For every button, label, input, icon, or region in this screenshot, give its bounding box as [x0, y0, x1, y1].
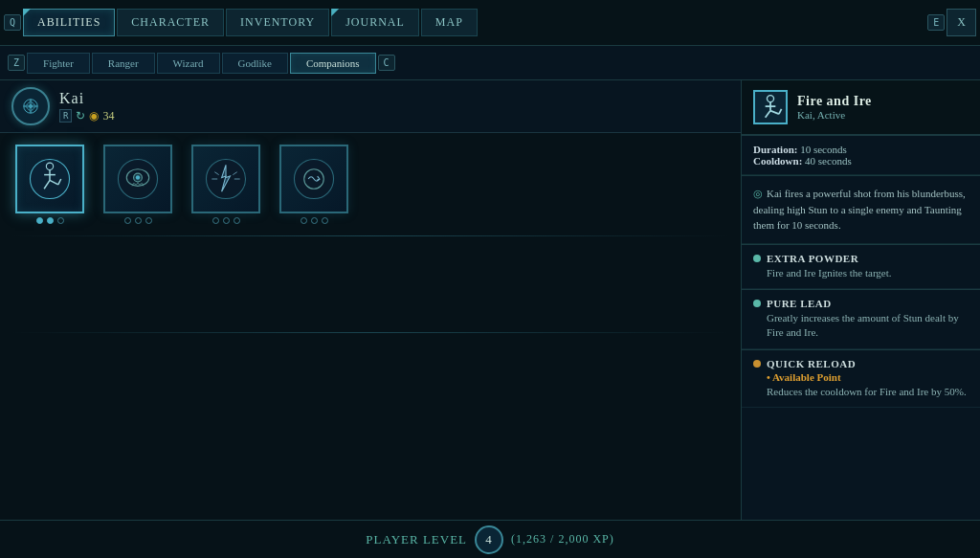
- duration-label: Duration:: [753, 144, 800, 155]
- key-c: C: [378, 55, 395, 71]
- dot: [36, 217, 43, 224]
- svg-line-26: [779, 109, 782, 114]
- ability-dots-3: [212, 217, 240, 224]
- right-panel: Fire and Ire Kai, Active Duration: 10 se…: [742, 80, 980, 520]
- subtab-wizard[interactable]: Wizard: [157, 53, 220, 74]
- gold-count: 34: [102, 109, 114, 123]
- upgrade-title-3: QUICK RELOAD: [767, 358, 967, 369]
- upgrade-title-1: EXTRA POWDER: [767, 253, 892, 264]
- dot: [212, 217, 219, 224]
- refresh-icon: ↻: [76, 109, 85, 123]
- cooldown-value: 40 seconds: [805, 155, 852, 167]
- character-icon: [11, 87, 50, 125]
- svg-point-2: [29, 104, 33, 108]
- ability-dots-1: [36, 217, 64, 224]
- dot: [223, 217, 230, 224]
- skill-subtitle: Kai, Active: [797, 109, 872, 121]
- tab-abilities[interactable]: ABILITIES: [23, 9, 115, 36]
- available-point-label: • Available Point: [767, 371, 967, 383]
- gold-icon: ◉: [89, 109, 99, 123]
- upgrade-title-2: PURE LEAD: [767, 298, 969, 309]
- ability-icon-4[interactable]: [279, 145, 348, 213]
- top-nav: Q ABILITIES CHARACTER INVENTORY JOURNAL …: [0, 0, 980, 46]
- ability-icon-3[interactable]: [191, 145, 260, 213]
- subtab-godlike[interactable]: Godlike: [222, 53, 288, 74]
- key-q: Q: [4, 14, 21, 31]
- dot: [311, 217, 318, 224]
- bullet-icon: ◎: [753, 188, 763, 199]
- ability-dots-2: [124, 217, 152, 224]
- dot: [47, 217, 54, 224]
- skill-icon: [753, 90, 788, 124]
- svg-line-24: [766, 111, 770, 118]
- left-panel: Kai R ↻ ◉ 34: [0, 80, 742, 520]
- skill-meta: Duration: 10 seconds Cooldown: 40 second…: [742, 136, 980, 175]
- upgrade-quick-reload[interactable]: QUICK RELOAD • Available Point Reduces t…: [742, 350, 980, 408]
- ability-card-2[interactable]: [103, 145, 172, 224]
- subtab-ranger[interactable]: Ranger: [92, 53, 155, 74]
- upgrade-desc-1: Fire and Ire Ignites the target.: [767, 266, 892, 280]
- upgrade-dot-3: [753, 360, 761, 368]
- sub-nav: Z Fighter Ranger Wizard Godlike Companio…: [0, 46, 980, 80]
- tab-journal[interactable]: JOURNAL: [331, 9, 419, 36]
- upgrade-dot-2: [753, 300, 761, 307]
- close-button[interactable]: X: [947, 9, 976, 36]
- ability-dots-4: [301, 217, 328, 224]
- duration-value: 10 seconds: [800, 144, 847, 155]
- svg-point-13: [136, 175, 140, 179]
- ability-icon-2[interactable]: [103, 145, 172, 213]
- svg-line-25: [770, 111, 779, 115]
- resource-area: R ↻ ◉ 34: [59, 109, 114, 123]
- dot: [234, 217, 240, 224]
- tab-character[interactable]: CHARACTER: [117, 9, 224, 36]
- subtab-companions[interactable]: Companions: [290, 53, 376, 74]
- dot: [145, 217, 152, 224]
- character-row: Kai R ↻ ◉ 34: [0, 80, 741, 133]
- ability-icon-1[interactable]: [15, 145, 84, 213]
- upgrade-dot-1: [753, 255, 761, 262]
- xp-text: (1,263 / 2,000 XP): [511, 532, 614, 547]
- level-badge: 4: [475, 525, 503, 554]
- upgrade-extra-powder[interactable]: EXTRA POWDER Fire and Ire Ignites the ta…: [742, 245, 980, 289]
- key-e: E: [927, 14, 945, 31]
- divider-2: [11, 332, 729, 333]
- ability-card-4[interactable]: [279, 145, 348, 224]
- tab-map[interactable]: MAP: [421, 9, 478, 36]
- dot: [322, 217, 328, 224]
- dot: [124, 217, 131, 224]
- abilities-area: [0, 133, 741, 235]
- ability-card-1[interactable]: [15, 145, 84, 224]
- status-bar: PLAYER LEVEL 4 (1,263 / 2,000 XP): [0, 520, 980, 558]
- svg-point-21: [767, 96, 773, 102]
- skill-header: Fire and Ire Kai, Active: [742, 80, 980, 135]
- upgrade-desc-3: Reduces the cooldown for Fire and Ire by…: [767, 385, 967, 399]
- resource-key: R: [59, 109, 72, 123]
- player-level-label: PLAYER LEVEL: [366, 532, 467, 547]
- upgrade-desc-2: Greatly increases the amount of Stun dea…: [767, 311, 969, 341]
- upgrade-pure-lead[interactable]: PURE LEAD Greatly increases the amount o…: [742, 290, 980, 349]
- skill-description: ◎Kai fires a powerful shot from his blun…: [742, 176, 980, 244]
- dot: [57, 217, 64, 224]
- main-content: Kai R ↻ ◉ 34: [0, 80, 980, 520]
- skill-header-text: Fire and Ire Kai, Active: [797, 94, 872, 121]
- ability-card-3[interactable]: [191, 145, 260, 224]
- tab-inventory[interactable]: INVENTORY: [226, 9, 329, 36]
- skill-title: Fire and Ire: [797, 94, 872, 109]
- dot: [301, 217, 307, 224]
- subtab-fighter[interactable]: Fighter: [27, 53, 90, 74]
- dot: [135, 217, 142, 224]
- cooldown-label: Cooldown:: [753, 155, 805, 167]
- key-z: Z: [8, 55, 25, 71]
- character-name: Kai: [59, 90, 95, 107]
